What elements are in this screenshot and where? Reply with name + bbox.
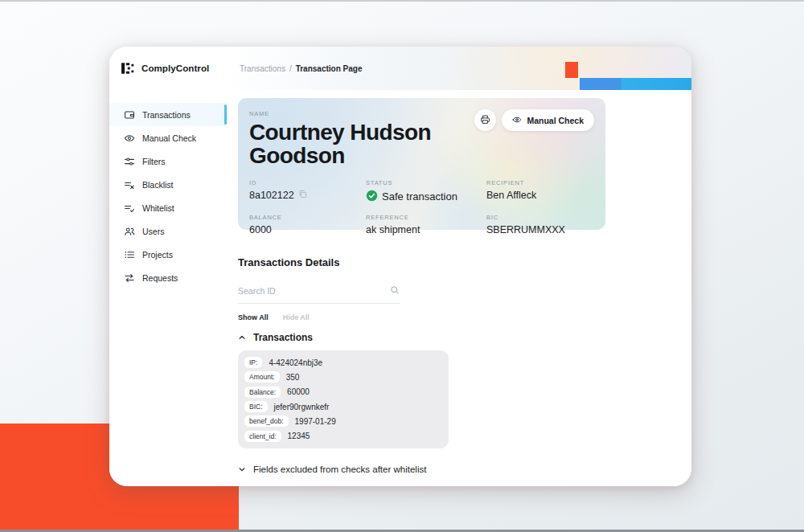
section-title: Transactions <box>253 332 313 343</box>
sidebar-item-label: Requests <box>142 273 178 283</box>
transaction-hero-card: NAME Courtney Hudson Goodson Manual Chec… <box>238 98 605 230</box>
search-field <box>238 284 400 304</box>
decor-blue-bar <box>580 78 691 90</box>
field-key-chip: Amount: <box>244 371 280 383</box>
sidebar-item-filters[interactable]: Filters <box>109 149 227 173</box>
list-x-icon <box>123 178 135 190</box>
transaction-fields-panel: IP: 4-424024nbj3e Amount: 350 Balance: 6… <box>238 350 449 448</box>
breadcrumb-separator: / <box>289 64 292 73</box>
sidebar-item-manual-check[interactable]: Manual Check <box>109 126 227 149</box>
transactions-section-toggle[interactable]: Transactions <box>238 332 680 343</box>
print-button[interactable] <box>474 109 496 131</box>
transactions-icon <box>123 108 135 121</box>
field-key-chip: BIC: <box>244 401 268 412</box>
field-label: REFERENCE <box>366 214 486 221</box>
search-icon[interactable] <box>390 284 400 298</box>
balance-value: 6000 <box>249 224 272 235</box>
whitelist-excluded-section-toggle[interactable]: Fields excluded from checks after whitel… <box>238 464 680 474</box>
table-row: BIC: jefer90rgwnkefr <box>244 399 442 414</box>
sidebar-item-label: Manual Check <box>142 133 196 143</box>
sidebar-item-transactions[interactable]: Transactions <box>109 103 227 126</box>
chevron-up-icon <box>238 334 246 342</box>
sidebar-item-users[interactable]: Users <box>109 219 227 243</box>
users-icon <box>123 225 135 237</box>
field-value: 1997-01-29 <box>295 417 336 426</box>
complycontrol-logo-icon <box>121 63 136 74</box>
hide-all-link[interactable]: Hide All <box>283 313 310 321</box>
field-label: RECIPIENT <box>486 179 594 186</box>
brand-logo[interactable]: ComplyControl <box>109 47 227 74</box>
eye-icon <box>123 132 135 144</box>
search-input[interactable] <box>238 286 390 296</box>
section-title: Fields excluded from checks after whitel… <box>253 464 426 474</box>
top-header-band: Transactions / Transaction Page <box>227 47 691 90</box>
sidebar-item-label: Users <box>142 227 164 236</box>
field-value: 60000 <box>287 387 310 396</box>
field-key-chip: benef_dob: <box>244 415 289 427</box>
status-safe-icon <box>366 190 378 204</box>
sidebar-item-blacklist[interactable]: Blacklist <box>109 173 227 196</box>
transaction-person-name: Courtney Hudson Goodson <box>249 121 490 168</box>
show-all-link[interactable]: Show All <box>238 313 269 321</box>
field-value-id: 8a102122 <box>249 190 294 201</box>
sidebar-nav: Transactions Manual Check Filters Blackl… <box>109 103 227 289</box>
field-key-chip: IP: <box>244 357 262 368</box>
field-label: BIC <box>486 214 594 221</box>
hero-actions: Manual Check <box>474 109 594 131</box>
hero-field-grid: ID 8a102122 STATUS Safe transacti <box>249 179 594 235</box>
breadcrumb-parent[interactable]: Transactions <box>240 64 285 73</box>
table-row: Amount: 350 <box>244 370 442 384</box>
show-hide-controls: Show All Hide All <box>238 313 680 321</box>
field-value: 4-424024nbj3e <box>269 358 322 367</box>
field-value: 350 <box>286 373 300 382</box>
table-row: Balance: 60000 <box>244 385 442 399</box>
sidebar-item-label: Projects <box>142 250 173 260</box>
transactions-details-section: Transactions Details Show All Hide All T… <box>238 256 680 486</box>
table-row: client_id: 12345 <box>244 428 442 443</box>
field-label: BALANCE <box>249 214 366 221</box>
reference-value: ak shipment <box>366 224 420 235</box>
brand-name: ComplyControl <box>142 63 209 73</box>
chevron-down-icon <box>238 465 246 473</box>
list-check-icon <box>123 202 135 214</box>
field-recipient: RECIPIENT Ben Affleck <box>486 179 594 204</box>
field-balance: BALANCE 6000 <box>249 214 366 235</box>
swap-arrows-icon <box>123 272 135 284</box>
sidebar-item-requests[interactable]: Requests <box>109 266 227 289</box>
field-value: jefer90rgwnkefr <box>274 403 330 411</box>
sidebar-item-label: Filters <box>142 157 166 166</box>
printer-icon <box>480 114 490 127</box>
field-reference: REFERENCE ak shipment <box>366 214 486 235</box>
copy-icon[interactable] <box>298 190 307 201</box>
sidebar-item-whitelist[interactable]: Whitelist <box>109 196 227 219</box>
recipient-value: Ben Affleck <box>486 190 536 201</box>
details-title: Transactions Details <box>238 256 680 268</box>
manual-check-button[interactable]: Manual Check <box>502 109 594 131</box>
sidebar-item-label: Transactions <box>142 110 191 120</box>
field-status: STATUS Safe transaction <box>366 179 486 204</box>
field-key-chip: Balance: <box>244 387 281 398</box>
field-value: 12345 <box>288 432 310 440</box>
app-window: Transactions / Transaction Page ComplyCo… <box>109 47 691 486</box>
field-label: ID <box>249 179 366 186</box>
sidebar-item-label: Whitelist <box>142 203 174 213</box>
bic-value: SBERRUMMXXX <box>486 224 565 235</box>
manual-check-label: Manual Check <box>527 116 584 125</box>
list-icon <box>123 248 135 260</box>
field-key-chip: client_id: <box>244 431 281 442</box>
breadcrumb: Transactions / Transaction Page <box>240 64 362 73</box>
eye-icon <box>512 115 522 126</box>
table-row: IP: 4-424024nbj3e <box>244 355 442 370</box>
sliders-icon <box>123 155 135 167</box>
status-text: Safe transaction <box>382 190 457 203</box>
sidebar-item-label: Blacklist <box>142 180 174 190</box>
field-id: ID 8a102122 <box>249 179 366 204</box>
decor-orange-square <box>565 62 578 78</box>
breadcrumb-current: Transaction Page <box>296 64 363 73</box>
table-row: benef_dob: 1997-01-29 <box>244 414 442 428</box>
window-top-border <box>0 0 804 2</box>
sidebar-item-projects[interactable]: Projects <box>109 243 227 266</box>
field-bic: BIC SBERRUMMXXX <box>486 214 594 235</box>
main-content: NAME Courtney Hudson Goodson Manual Chec… <box>227 90 691 486</box>
sidebar: ComplyControl Transactions Manual Check … <box>109 47 227 486</box>
